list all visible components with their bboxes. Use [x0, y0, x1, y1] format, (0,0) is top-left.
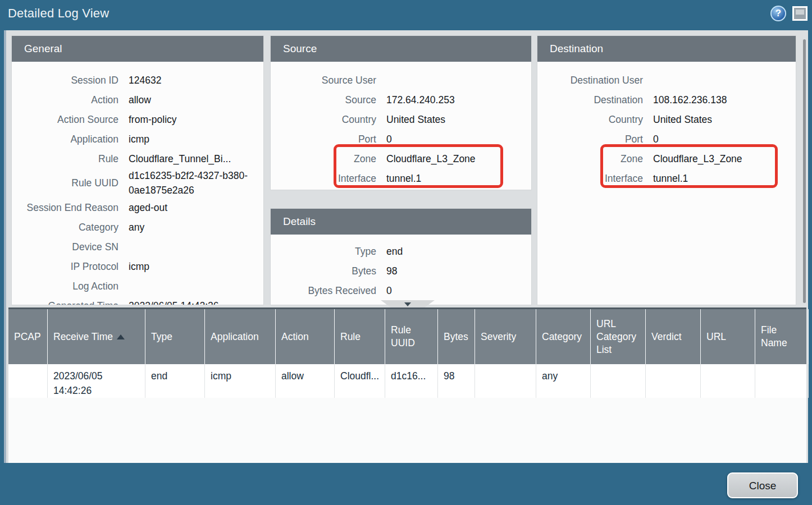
field-row: Action Sourcefrom-policy	[12, 109, 263, 129]
field-row: Destination User	[537, 70, 796, 90]
column-header-rule[interactable]: Rule	[335, 309, 385, 364]
field-row: Typeend	[271, 241, 531, 261]
log-cell: icmp	[205, 364, 276, 398]
details-panel-title: Details	[271, 209, 531, 235]
column-header-file-name[interactable]: File Name	[755, 309, 809, 364]
field-label: Action Source	[12, 113, 129, 126]
sort-ascending-icon	[117, 334, 125, 339]
field-value: any	[129, 220, 263, 235]
field-label: Source User	[271, 74, 386, 86]
field-label: Action	[12, 94, 129, 106]
source-panel-body: Source UserSource172.64.240.253CountryUn…	[271, 62, 531, 190]
field-value: 0	[653, 132, 796, 146]
field-label: Destination	[537, 94, 653, 106]
column-header-label: URL Category List	[596, 318, 640, 356]
field-row: Bytes Received0	[271, 281, 531, 300]
log-cell	[475, 364, 536, 398]
close-button[interactable]: Close	[727, 472, 798, 498]
field-label: Interface	[537, 172, 653, 185]
field-label: Country	[271, 113, 386, 126]
column-header-rule-uuid[interactable]: Rule UUID	[385, 309, 438, 364]
log-cell	[8, 364, 48, 398]
field-value: aged-out	[129, 200, 263, 215]
column-header-label: Receive Time	[53, 330, 113, 343]
log-cell: allow	[276, 364, 335, 398]
log-cell	[755, 364, 809, 398]
column-header-severity[interactable]: Severity	[475, 309, 536, 364]
field-label: Zone	[271, 153, 386, 165]
field-value: from-policy	[129, 112, 263, 127]
column-header-url-category-list[interactable]: URL Category List	[591, 309, 646, 364]
column-header-label: Action	[281, 330, 309, 343]
field-label: Device SN	[12, 241, 129, 253]
log-table-row[interactable]: 2023/06/05 14:42:26endicmpallowCloudfl..…	[8, 364, 806, 398]
field-value: 172.64.240.253	[386, 93, 531, 107]
field-value: United States	[653, 112, 796, 127]
field-row: CountryUnited States	[271, 109, 531, 129]
column-header-label: Bytes	[444, 330, 468, 343]
field-label: Bytes	[271, 265, 386, 277]
column-header-pcap[interactable]: PCAP	[8, 309, 48, 364]
field-row: Session End Reasonaged-out	[12, 198, 263, 217]
log-cell	[701, 364, 755, 398]
log-cell	[591, 364, 646, 398]
details-panel-body: TypeendBytes98Bytes Received0	[271, 235, 531, 305]
log-cell	[646, 364, 701, 398]
field-row: Destination108.162.236.138	[537, 90, 796, 109]
general-panel-title: General	[12, 36, 263, 62]
field-row: ZoneCloudflare_L3_Zone	[537, 149, 796, 168]
column-header-url[interactable]: URL	[701, 309, 755, 364]
field-row: ZoneCloudflare_L3_Zone	[271, 149, 531, 168]
column-header-application[interactable]: Application	[205, 309, 276, 364]
field-row: Bytes98	[271, 261, 531, 281]
column-header-bytes[interactable]: Bytes	[438, 309, 475, 364]
column-header-verdict[interactable]: Verdict	[646, 309, 701, 364]
title-bar: Detailed Log View ?	[0, 0, 812, 26]
field-row: IP Protocolicmp	[12, 256, 263, 276]
field-value: 108.162.236.138	[653, 93, 796, 107]
field-value: 124632	[129, 73, 263, 88]
field-row: Generated Time2023/06/05 14:42:26	[12, 296, 263, 305]
field-row: Session ID124632	[12, 70, 263, 90]
log-cell: end	[145, 364, 205, 398]
column-header-type[interactable]: Type	[145, 309, 205, 364]
log-cell: any	[536, 364, 591, 398]
field-row: Port0	[537, 129, 796, 149]
panel-table-splitter-handle[interactable]	[381, 300, 435, 308]
field-row: Port0	[271, 129, 531, 149]
help-icon[interactable]: ?	[770, 6, 786, 21]
log-table-body: 2023/06/05 14:42:26endicmpallowCloudfl..…	[8, 364, 806, 398]
column-header-label: Type	[151, 330, 172, 343]
details-panel: Details TypeendBytes98Bytes Received0	[271, 209, 531, 305]
general-panel-body: Session ID124632ActionallowAction Source…	[12, 62, 263, 305]
detailed-log-view-dialog: General Session ID124632ActionallowActio…	[4, 30, 808, 463]
field-value: 0	[386, 132, 531, 146]
field-row: Interfacetunnel.1	[271, 168, 531, 188]
field-row: CountryUnited States	[537, 109, 796, 129]
window-restore-icon[interactable]	[792, 6, 808, 21]
field-label: IP Protocol	[12, 260, 129, 273]
field-value: Cloudflare_Tunnel_Bi...	[129, 152, 263, 166]
field-label: Session ID	[12, 74, 129, 86]
destination-panel-title: Destination	[537, 36, 796, 62]
destination-panel-body: Destination UserDestination108.162.236.1…	[537, 62, 796, 305]
column-header-receive-time[interactable]: Receive Time	[48, 309, 145, 364]
field-row: Interfacetunnel.1	[537, 168, 796, 188]
dialog-title: Detailed Log View	[8, 0, 109, 26]
column-header-label: Verdict	[651, 330, 682, 343]
field-label: Session End Reason	[12, 201, 129, 214]
field-row: Categoryany	[12, 217, 263, 237]
field-value: 98	[386, 264, 531, 278]
column-header-action[interactable]: Action	[276, 309, 335, 364]
field-label: Zone	[537, 153, 653, 165]
field-value: 0	[386, 283, 531, 298]
column-header-label: Category	[542, 330, 582, 343]
field-label: Source	[271, 94, 386, 106]
log-table-header: PCAPReceive TimeTypeApplicationActionRul…	[8, 309, 806, 364]
log-cell: 98	[438, 364, 475, 398]
source-panel: Source Source UserSource172.64.240.253Co…	[271, 36, 531, 190]
column-header-category[interactable]: Category	[536, 309, 591, 364]
column-header-label: Application	[211, 330, 259, 343]
field-label: Type	[271, 245, 386, 258]
vertical-scrollbar-thumb[interactable]	[803, 39, 806, 303]
